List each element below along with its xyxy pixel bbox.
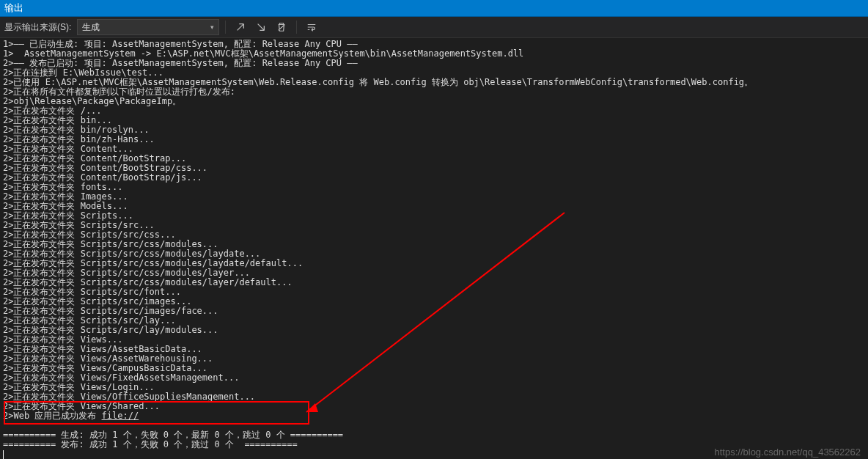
output-toolbar: 显示输出来源(S): 生成 ▾	[0, 17, 868, 38]
caret-line	[3, 449, 865, 459]
console-text[interactable]: 1>—— 已启动生成: 项目: AssetManagementSystem, 配…	[0, 38, 868, 459]
caret-icon	[3, 450, 4, 459]
separator	[296, 21, 297, 34]
output-line: 2>正在发布文件夹 fonts...	[3, 183, 865, 192]
output-line: 2>正在发布文件夹 Images...	[3, 192, 865, 202]
publish-path-link[interactable]: file://	[102, 411, 139, 421]
find-message-next-button[interactable]	[252, 19, 270, 35]
output-source-dropdown[interactable]: 生成 ▾	[77, 19, 219, 35]
publish-success-line: 2>Web 应用已成功发布 file://	[3, 411, 865, 421]
output-line: 2>正在发布文件夹 /...	[3, 106, 865, 116]
output-panel[interactable]: 1>—— 已启动生成: 项目: AssetManagementSystem, 配…	[0, 38, 868, 459]
output-line: 2>obj\Release\Package\PackageImp。	[3, 97, 865, 106]
arrow-down-left-icon	[256, 22, 266, 32]
find-message-prev-button[interactable]	[232, 19, 249, 35]
publish-summary-line: ========== 发布: 成功 1 个，失败 0 个，跳过 0 个 ====…	[3, 440, 865, 449]
titlebar: 输出	[0, 0, 868, 17]
separator	[225, 21, 226, 34]
publish-success-prefix: 2>Web 应用已成功发布	[3, 411, 102, 421]
output-source-label: 显示输出来源(S):	[4, 21, 71, 34]
window-title: 输出	[4, 1, 23, 15]
output-line: 2>正在发布文件夹 Content/BootStrap/js...	[3, 173, 865, 183]
toggle-word-wrap-button[interactable]	[303, 19, 320, 35]
redacted-path	[144, 412, 224, 420]
clear-all-button[interactable]	[273, 19, 290, 35]
arrow-up-left-icon	[235, 22, 246, 32]
output-line: 2>正在发布文件夹 Scripts/src/lay/modules...	[3, 326, 865, 335]
clear-icon	[276, 22, 287, 32]
chevron-down-icon: ▾	[210, 23, 214, 31]
word-wrap-icon	[306, 22, 317, 32]
output-source-value: 生成	[82, 21, 100, 34]
